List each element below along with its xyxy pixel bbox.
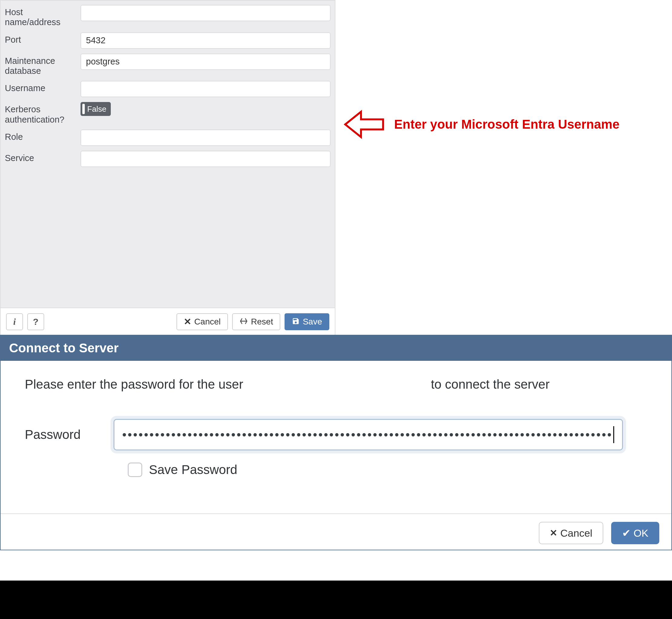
dialog-footer: ✕ Cancel ✔ OK: [1, 513, 671, 550]
maintenance-db-input[interactable]: [80, 54, 331, 70]
reset-button-label: Reset: [251, 317, 273, 327]
info-button[interactable]: i: [6, 313, 23, 330]
service-label: Service: [5, 151, 80, 163]
port-input[interactable]: [80, 32, 331, 49]
username-label: Username: [5, 81, 80, 93]
maintenance-db-label: Maintenance database: [5, 54, 80, 76]
arrow-left-icon: [342, 108, 386, 141]
dialog-ok-label: OK: [633, 527, 649, 539]
info-icon: i: [13, 317, 16, 327]
cancel-button[interactable]: ✕ Cancel: [177, 313, 228, 330]
close-icon: ✕: [550, 529, 557, 538]
help-button[interactable]: ?: [27, 313, 44, 330]
kerberos-label: Kerberos authentication?: [5, 102, 80, 125]
host-label: Host name/address: [5, 5, 80, 27]
kerberos-toggle-value: False: [87, 105, 107, 114]
close-icon: ✕: [184, 317, 191, 326]
reset-button[interactable]: Reset: [232, 313, 280, 330]
role-input[interactable]: [80, 130, 331, 146]
host-input[interactable]: [80, 5, 331, 21]
save-icon: [292, 317, 300, 327]
username-input[interactable]: [80, 81, 331, 97]
server-connection-form: Host name/address Port Maintenance datab…: [0, 0, 335, 335]
check-icon: ✔: [622, 528, 630, 538]
form-footer: i ? ✕ Cancel Reset: [1, 308, 335, 335]
service-input[interactable]: [80, 151, 331, 167]
password-label: Password: [25, 427, 114, 442]
save-button-label: Save: [303, 317, 322, 327]
password-mask: ••••••••••••••••••••••••••••••••••••••••…: [122, 428, 613, 441]
dialog-ok-button[interactable]: ✔ OK: [611, 522, 659, 544]
prompt-suffix: to connect the server: [431, 377, 549, 392]
dialog-cancel-button[interactable]: ✕ Cancel: [539, 522, 603, 544]
help-icon: ?: [33, 317, 39, 327]
prompt-prefix: Please enter the password for the user: [25, 377, 243, 392]
dialog-prompt: Please enter the password for the user t…: [25, 377, 647, 392]
dialog-cancel-label: Cancel: [560, 527, 592, 539]
cropped-region: [0, 580, 672, 619]
password-input[interactable]: ••••••••••••••••••••••••••••••••••••••••…: [114, 419, 623, 451]
save-password-checkbox[interactable]: [128, 463, 142, 477]
text-cursor-icon: [613, 426, 614, 443]
dialog-title: Connect to Server: [1, 335, 671, 361]
annotation: Enter your Microsoft Entra Username: [342, 108, 620, 141]
toggle-knob-icon: [82, 104, 85, 114]
port-label: Port: [5, 32, 80, 45]
kerberos-toggle[interactable]: False: [80, 102, 111, 116]
save-password-label: Save Password: [149, 463, 237, 477]
annotation-text: Enter your Microsoft Entra Username: [394, 117, 620, 132]
connect-to-server-dialog: Connect to Server Please enter the passw…: [0, 335, 672, 550]
role-label: Role: [5, 130, 80, 142]
cancel-button-label: Cancel: [194, 317, 221, 327]
save-button[interactable]: Save: [284, 313, 329, 330]
recycle-icon: [240, 317, 248, 327]
